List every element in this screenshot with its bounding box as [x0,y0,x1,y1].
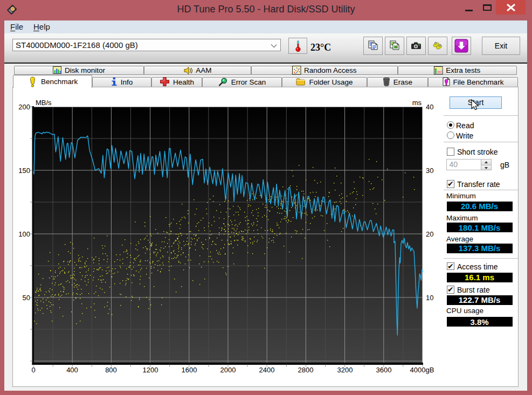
svg-text:1600: 1600 [182,366,197,374]
svg-text:3600: 3600 [376,366,392,374]
svg-text:2800: 2800 [298,366,314,374]
svg-text:30: 30 [426,167,433,175]
svg-text:10: 10 [426,294,433,302]
svg-text:0: 0 [31,366,35,374]
svg-text:40: 40 [426,103,433,111]
svg-text:ms: ms [412,99,422,107]
svg-text:3200: 3200 [337,366,353,374]
svg-text:MB/s: MB/s [36,99,52,107]
svg-text:20: 20 [426,230,433,238]
svg-text:2400: 2400 [259,366,275,374]
svg-text:2000: 2000 [220,366,236,374]
svg-text:800: 800 [105,366,117,374]
svg-text:400: 400 [66,366,78,374]
svg-text:100: 100 [18,230,30,238]
svg-text:50: 50 [23,294,30,302]
svg-text:200: 200 [18,103,30,111]
svg-text:150: 150 [18,167,30,175]
svg-text:4000gB: 4000gB [410,366,434,374]
svg-text:1200: 1200 [143,366,158,374]
